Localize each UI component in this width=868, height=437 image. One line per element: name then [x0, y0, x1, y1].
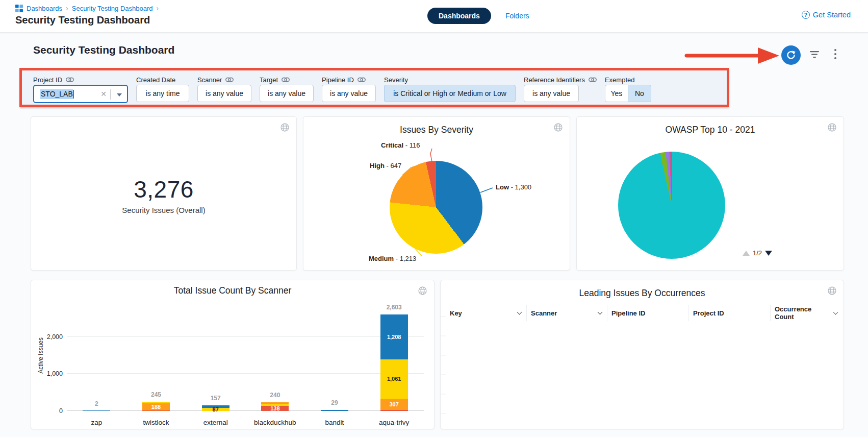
bar-segment-critical[interactable]	[142, 410, 170, 411]
filter-reference-identifiers: Reference Identifiers is any value	[524, 75, 597, 105]
overall-issues-count: 3,276	[31, 176, 296, 203]
owasp-pie-title: OWASP Top 10 - 2021	[577, 125, 844, 135]
y-tick-label: 0	[40, 407, 63, 415]
bar-slot-blackduckhub: 138240blackduckhub	[245, 303, 305, 411]
filter-exempted: Exempted Yes No	[605, 75, 651, 105]
severity-pie-chart[interactable]	[390, 161, 482, 254]
globe-icon	[280, 123, 289, 132]
breadcrumb-link-dashboards[interactable]: Dashboards	[27, 5, 62, 12]
bar-external[interactable]: 87	[202, 405, 229, 411]
bar-twistlock[interactable]: 188	[142, 402, 170, 411]
pie-callout-high: High - 647	[370, 162, 401, 169]
column-header-key[interactable]: Key	[446, 305, 526, 321]
bar-segment-high[interactable]: 307	[380, 399, 408, 410]
dropdown-caret-icon[interactable]	[117, 93, 122, 96]
filter-target-label: Target	[260, 76, 278, 84]
link-icon[interactable]	[225, 77, 234, 82]
sort-chevron-icon[interactable]	[517, 309, 522, 314]
link-icon[interactable]	[589, 77, 597, 82]
bar-aqua-trivy[interactable]: 3071,0611,208	[380, 314, 408, 411]
bar-total-label: 240	[245, 392, 305, 399]
bar-segment-low[interactable]	[83, 410, 110, 411]
filter-target: Target is any value	[260, 75, 314, 105]
sort-chevron-icon[interactable]	[833, 309, 838, 314]
dashboard-filters-button[interactable]	[808, 50, 821, 60]
breadcrumb-separator-icon: ›	[66, 5, 68, 12]
filter-pipeline-id: Pipeline ID is any value	[322, 75, 376, 105]
overall-issues-label: Security Issues (Overall)	[31, 206, 296, 214]
y-axis-label: Active Issues	[37, 337, 44, 374]
view-tabs: Dashboards Folders	[427, 8, 529, 24]
owasp-pie-chart[interactable]	[618, 152, 725, 259]
bar-segment-low[interactable]	[321, 410, 348, 411]
filter-project-id-label: Project ID	[33, 76, 62, 84]
page-title: Security Testing Dashboard	[15, 14, 150, 26]
bar-segment-medium[interactable]: 87	[202, 408, 229, 411]
pie-pagination: 1/2	[743, 249, 772, 257]
x-category-label: bandit	[305, 419, 365, 426]
sort-chevron-icon[interactable]	[598, 309, 603, 314]
reference-identifiers-filter-chip[interactable]: is any value	[524, 85, 579, 102]
filter-reference-identifiers-label: Reference Identifiers	[524, 76, 585, 84]
card-issues-by-severity: Issues By Severity Critical - 116 High -…	[303, 116, 570, 271]
bar-bandit[interactable]	[321, 410, 348, 411]
tab-dashboards[interactable]: Dashboards	[427, 8, 491, 24]
pipeline-id-filter-chip[interactable]: is any value	[322, 85, 376, 102]
clear-icon[interactable]: ✕	[100, 90, 107, 98]
filter-created-date: Created Date is any time	[136, 75, 189, 105]
page-up-icon[interactable]	[743, 251, 750, 256]
get-started-label: Get Started	[813, 11, 851, 19]
bar-segment-critical[interactable]	[380, 410, 408, 411]
bar-segment-high[interactable]: 188	[142, 403, 170, 410]
exempted-no-option[interactable]: No	[628, 85, 651, 102]
page-down-icon[interactable]	[765, 251, 772, 256]
column-header-project-id[interactable]: Project ID	[688, 305, 770, 321]
link-icon[interactable]	[66, 77, 74, 82]
refresh-button[interactable]	[781, 45, 801, 65]
column-header-scanner[interactable]: Scanner	[526, 305, 607, 321]
created-date-filter-chip[interactable]: is any time	[136, 85, 189, 102]
severity-filter-chip[interactable]: is Critical or High or Medium or Low	[384, 85, 516, 102]
bar-total-label: 245	[126, 391, 186, 398]
filter-icon	[809, 51, 820, 59]
bar-zap[interactable]	[83, 410, 110, 411]
card-leading-issues-by-occurrences: Leading Issues By Occurrences Key Scanne…	[440, 280, 844, 429]
bar-segment-low[interactable]: 1,208	[380, 314, 408, 359]
bar-segment-medium[interactable]: 1,061	[380, 359, 408, 399]
filter-pipeline-id-label: Pipeline ID	[322, 76, 354, 84]
filter-exempted-label: Exempted	[605, 76, 635, 84]
card-total-issue-count-by-scanner: Total Issue Count By Scanner Active Issu…	[31, 280, 435, 429]
bar-segment-critical[interactable]: 138	[261, 406, 289, 411]
link-icon[interactable]	[282, 77, 290, 82]
column-header-occurrence-count[interactable]: Occurrence Count	[770, 305, 841, 321]
x-category-label: aqua-trivy	[364, 419, 424, 426]
tab-folders[interactable]: Folders	[505, 12, 529, 20]
table-title: Leading Issues By Occurrences	[441, 288, 844, 299]
annotation-box: Project ID STO_LAB ✕ Created Date is any…	[19, 68, 729, 107]
filter-severity-label: Severity	[384, 76, 408, 84]
page-indicator: 1/2	[753, 249, 762, 257]
table-body-empty	[446, 321, 841, 424]
bar-chart-title: Total Issue Count By Scanner	[31, 285, 434, 296]
exempted-yes-option[interactable]: Yes	[605, 85, 628, 102]
card-security-issues-overall: 3,276 Security Issues (Overall)	[31, 116, 297, 271]
link-icon[interactable]	[358, 77, 366, 82]
annotation-arrow	[683, 46, 781, 65]
dashboards-grid-icon	[15, 5, 23, 12]
bar-blackduckhub[interactable]: 138	[261, 402, 289, 411]
project-id-value: STO_LAB	[40, 89, 73, 99]
y-tick-label: 1,000	[40, 370, 63, 377]
get-started-link[interactable]: ? Get Started	[802, 11, 851, 19]
project-id-input[interactable]: STO_LAB ✕	[33, 85, 128, 103]
breadcrumb-separator-icon: ›	[157, 5, 159, 12]
scanner-filter-chip[interactable]: is any value	[197, 85, 251, 102]
bar-slot-twistlock: 188245twistlock	[126, 303, 186, 411]
dashboard-more-menu-button[interactable]	[831, 48, 839, 62]
filter-scanner: Scanner is any value	[197, 75, 251, 105]
column-header-pipeline-id[interactable]: Pipeline ID	[607, 305, 688, 321]
target-filter-chip[interactable]: is any value	[260, 85, 314, 102]
card-owasp-top-10: OWASP Top 10 - 2021 1/2	[576, 116, 844, 271]
x-category-label: external	[186, 419, 245, 426]
breadcrumb-link-security-testing-dashboard[interactable]: Security Testing Dashboard	[72, 5, 153, 12]
filter-bar: Project ID STO_LAB ✕ Created Date is any…	[22, 70, 727, 105]
